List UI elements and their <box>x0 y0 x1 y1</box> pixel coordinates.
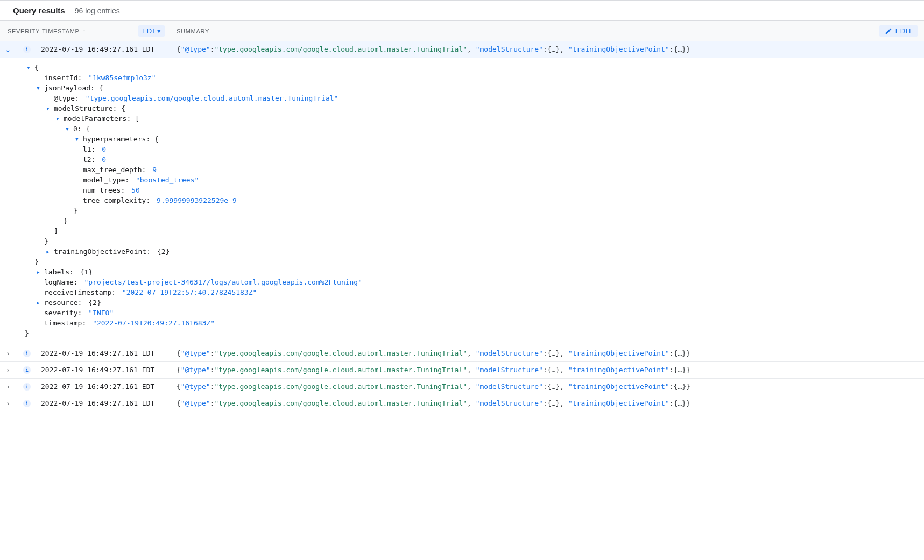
pencil-icon <box>885 27 892 35</box>
log-row[interactable]: ⌄ i 2022-07-19 16:49:27.161 EDT {"@type"… <box>0 41 924 58</box>
col-header-summary[interactable]: SUMMARY <box>177 28 209 34</box>
sort-asc-icon: ↑ <box>83 28 86 34</box>
summary-cell[interactable]: {"@type":"type.googleapis.com/google.clo… <box>170 362 924 378</box>
entry-count: 96 log entries <box>75 6 120 15</box>
timestamp-cell: 2022-07-19 16:49:27.161 EDT <box>38 345 170 361</box>
caret-down-icon[interactable]: ▾ <box>44 104 52 112</box>
caret-right-icon[interactable]: ▸ <box>34 268 42 276</box>
edit-button[interactable]: EDIT <box>879 25 918 37</box>
expand-toggle[interactable]: › <box>0 350 16 357</box>
col-header-severity[interactable]: SEVERITY <box>0 28 38 34</box>
expand-toggle[interactable]: ⌄ <box>0 45 16 54</box>
summary-cell[interactable]: {"@type":"type.googleapis.com/google.clo… <box>170 379 924 395</box>
expand-toggle[interactable]: › <box>0 366 16 374</box>
chevron-right-icon: › <box>7 366 9 374</box>
expand-toggle[interactable]: › <box>0 400 16 407</box>
timezone-chip[interactable]: EDT ▾ <box>138 25 165 37</box>
severity-badge[interactable]: i <box>16 400 38 407</box>
timestamp-cell: 2022-07-19 16:49:27.161 EDT <box>38 362 170 378</box>
chevron-right-icon: › <box>7 400 9 407</box>
timestamp-cell: 2022-07-19 16:49:27.161 EDT <box>38 41 170 58</box>
info-icon: i <box>23 350 31 357</box>
col-header-timestamp[interactable]: TIMESTAMP ↑ EDT ▾ <box>38 21 170 41</box>
caret-right-icon[interactable]: ▸ <box>34 299 42 307</box>
log-row[interactable]: ›i2022-07-19 16:49:27.161 EDT{"@type":"t… <box>0 345 924 362</box>
expanded-log-detail: ▾{ insertId: "1kw85sefmp1o3z" ▾jsonPaylo… <box>0 58 924 345</box>
expand-toggle[interactable]: › <box>0 383 16 391</box>
log-row[interactable]: ›i2022-07-19 16:49:27.161 EDT{"@type":"t… <box>0 395 924 412</box>
info-icon: i <box>23 366 31 374</box>
caret-down-icon[interactable]: ▾ <box>54 115 61 123</box>
timestamp-cell: 2022-07-19 16:49:27.161 EDT <box>38 395 170 412</box>
caret-down-icon[interactable]: ▾ <box>73 135 81 143</box>
summary-cell[interactable]: {"@type":"type.googleapis.com/google.clo… <box>170 395 924 412</box>
severity-badge[interactable]: i <box>16 383 38 391</box>
timestamp-cell: 2022-07-19 16:49:27.161 EDT <box>38 379 170 395</box>
chevron-down-icon: ▾ <box>157 27 161 35</box>
query-results-header: Query results 96 log entries <box>0 1 924 21</box>
caret-right-icon[interactable]: ▸ <box>44 247 52 256</box>
page-title: Query results <box>13 6 65 15</box>
chevron-right-icon: › <box>7 383 9 391</box>
severity-badge[interactable]: i <box>16 350 38 357</box>
summary-cell[interactable]: {"@type":"type.googleapis.com/google.clo… <box>170 41 924 58</box>
summary-cell[interactable]: {"@type":"type.googleapis.com/google.clo… <box>170 345 924 361</box>
info-icon: i <box>23 400 31 407</box>
column-header-row: SEVERITY TIMESTAMP ↑ EDT ▾ SUMMARY EDIT <box>0 21 924 41</box>
info-icon: i <box>23 383 31 391</box>
severity-badge[interactable]: i <box>16 366 38 374</box>
info-icon: i <box>23 46 31 53</box>
caret-down-icon[interactable]: ▾ <box>64 125 71 133</box>
caret-down-icon[interactable]: ▾ <box>34 84 42 92</box>
log-row[interactable]: ›i2022-07-19 16:49:27.161 EDT{"@type":"t… <box>0 362 924 379</box>
chevron-right-icon: › <box>7 350 9 357</box>
caret-down-icon[interactable]: ▾ <box>25 63 32 72</box>
severity-badge[interactable]: i <box>16 46 38 53</box>
log-row[interactable]: ›i2022-07-19 16:49:27.161 EDT{"@type":"t… <box>0 379 924 395</box>
chevron-down-icon: ⌄ <box>5 45 11 54</box>
